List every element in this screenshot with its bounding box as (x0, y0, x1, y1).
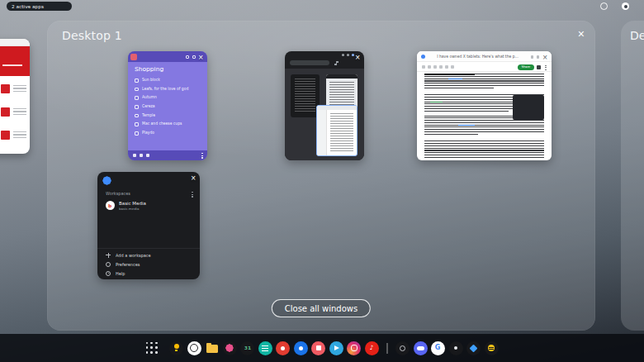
camera-app-icon[interactable] (347, 341, 361, 355)
music-app-icon[interactable]: ♪ (365, 341, 379, 355)
more-icon (192, 192, 193, 198)
teal-app-icon[interactable] (258, 341, 272, 355)
bee-app-icon[interactable] (485, 341, 499, 355)
desktop-1-close-button[interactable]: × (578, 28, 585, 40)
keep-app-icon[interactable] (169, 341, 183, 355)
left-window-banner (0, 46, 30, 76)
plus-icon (106, 253, 111, 258)
minimize-icon (531, 55, 534, 59)
link-icon (451, 65, 454, 69)
article-title: I have owned X tablets: Here's what the … (429, 51, 527, 62)
blue-app-icon[interactable] (294, 341, 308, 355)
checkbox-icon (135, 122, 139, 126)
window-thumbnail-article[interactable]: I have owned X tablets: Here's what the … (417, 51, 552, 160)
checklist-item: Sun block (135, 77, 204, 86)
tab-preview-dark (291, 74, 320, 117)
checkbox-icon (135, 96, 139, 100)
text-icon (146, 154, 149, 157)
active-apps-label: 2 active apps (12, 3, 44, 8)
taskbar-icons-row: 31 ♪ G (146, 341, 499, 355)
gear-icon (106, 262, 111, 267)
status-ring-icon[interactable] (600, 2, 608, 10)
palette-icon (140, 154, 143, 157)
blue-diamond-app-icon[interactable] (466, 341, 481, 355)
link-text (430, 102, 443, 102)
divider (97, 248, 200, 249)
article-body-text (424, 72, 544, 156)
undo-icon (422, 65, 425, 69)
focused-window-preview (316, 105, 358, 156)
menu-item-add-workspace[interactable]: Add a workspace (106, 251, 195, 260)
close-window-button[interactable]: × (355, 54, 360, 62)
checklist-item: Leafs, for the love of god (135, 86, 204, 95)
checklist-item: Autumn (135, 94, 204, 103)
active-apps-pill[interactable]: 2 active apps (7, 2, 72, 11)
telegram-app-icon[interactable] (329, 341, 343, 355)
list-item (0, 82, 30, 100)
window-thumbnail-shopping[interactable]: Shopping Sun block Leafs, for the love o… (128, 51, 207, 160)
app-launcher-icon[interactable] (146, 342, 159, 355)
red-app-icon[interactable] (276, 341, 290, 355)
clock-app-icon[interactable] (187, 341, 201, 355)
app-logo-icon (103, 177, 111, 184)
more-icon (545, 65, 547, 71)
more-icon (201, 153, 203, 159)
left-window-titlebar (0, 39, 30, 46)
checklist-item: Cereza (135, 103, 204, 112)
checklist: Sun block Leafs, for the love of god Aut… (135, 77, 204, 139)
desktop-1-title: Desktop 1 (62, 29, 122, 42)
search-bar (290, 60, 329, 65)
maximize-icon (537, 55, 540, 59)
window-thumbnail-browser[interactable]: × (285, 51, 364, 160)
close-window-button[interactable]: × (542, 54, 547, 62)
share-button[interactable]: Share (518, 64, 534, 70)
discord-app-icon[interactable] (414, 341, 428, 355)
favicon-icon (421, 55, 425, 59)
screen: 2 active apps Desktop 1 × Shopping Sun b… (0, 0, 644, 362)
dark-app-icon-2[interactable] (449, 341, 463, 355)
bold-first-line (424, 74, 475, 75)
status-camera-icon[interactable] (622, 2, 629, 10)
desktop-2-panel[interactable]: Des (621, 21, 644, 331)
add-icon (133, 154, 136, 157)
coral-app-icon[interactable] (311, 341, 325, 355)
archive-icon (192, 55, 196, 59)
browser-content (285, 69, 364, 160)
shopping-app-toolbar (128, 150, 207, 160)
workspace-name: Basic Media (119, 201, 146, 206)
checkbox-icon (135, 79, 139, 83)
preview-body-text (330, 113, 353, 151)
red-thumbnail (1, 131, 10, 140)
checklist-item: Playdo (135, 130, 204, 139)
photos-app-icon[interactable] (223, 341, 237, 355)
left-partial-window[interactable] (0, 39, 30, 154)
close-window-button[interactable]: × (191, 174, 196, 183)
checklist-item: Mac and cheese cups (135, 121, 204, 130)
workspace-url: basic.media (119, 207, 139, 211)
article-titlebar: I have owned X tablets: Here's what the … (417, 51, 552, 62)
google-app-icon[interactable]: G (431, 341, 445, 355)
menu-item-help[interactable]: Help (106, 269, 195, 279)
files-app-icon[interactable] (205, 341, 219, 355)
italic-icon (439, 65, 443, 69)
desktop-2-title: Des (630, 29, 644, 42)
taskbar-separator (386, 343, 388, 354)
window-thumbnail-workspace[interactable]: Workspaces b Basic Media basic.media Add… (97, 172, 200, 279)
avatar (352, 54, 354, 56)
list-item (0, 105, 30, 123)
close-window-button[interactable]: × (198, 54, 203, 62)
workspace-menu: Add a workspace Preferences Help (106, 251, 195, 279)
checkbox-icon (135, 88, 139, 92)
menu-item-preferences[interactable]: Preferences (106, 260, 195, 269)
close-all-windows-button[interactable]: Close all windows (272, 299, 371, 317)
embedded-image (513, 95, 544, 120)
underline-icon (445, 65, 448, 69)
back-icon (130, 54, 137, 60)
dark-app-icon-1[interactable] (395, 341, 410, 355)
extension-icon (537, 65, 541, 69)
bold-icon (433, 65, 437, 69)
red-thumbnail (1, 107, 10, 117)
calendar-app-icon[interactable]: 31 (240, 341, 254, 355)
workspaces-header: Workspaces (106, 191, 130, 196)
text-lines (13, 131, 26, 140)
